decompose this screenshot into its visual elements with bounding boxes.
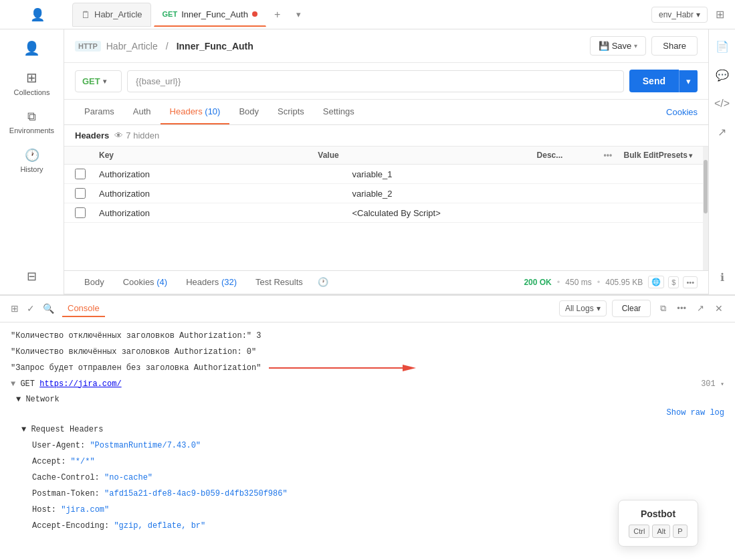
row2-value[interactable]: variable_2 — [352, 189, 606, 199]
comment-icon[interactable]: 💬 — [710, 64, 734, 87]
environments-icon: ⧉ — [27, 110, 36, 124]
row1-checkbox[interactable] — [75, 169, 86, 179]
tab-settings[interactable]: Settings — [314, 100, 364, 124]
tab-auth[interactable]: Auth — [124, 100, 161, 124]
console-action-icons: ⧉ ••• ↗ ✕ — [656, 300, 727, 316]
postbot-popup: Postbot Ctrl Alt P — [618, 500, 698, 547]
copy-icon[interactable]: ⧉ — [656, 300, 670, 316]
close-console-button[interactable]: ✕ — [711, 300, 727, 316]
add-tab-button[interactable]: + — [269, 6, 286, 23]
globe-icon[interactable]: 🌐 — [648, 276, 664, 288]
resp-tab-cookies[interactable]: Cookies (4) — [114, 272, 177, 292]
status-badge: 200 OK • 450 ms • 405.95 KB — [524, 277, 643, 287]
red-arrow-icon — [269, 362, 416, 374]
user-icon[interactable]: 👤 — [30, 7, 45, 22]
resp-tab-body[interactable]: Body — [75, 272, 114, 292]
response-tabs: Body Cookies (4) Headers (32) Test Resul… — [64, 270, 708, 294]
share-button[interactable]: Share — [651, 36, 698, 56]
get-status-count: 301 ▾ — [701, 378, 724, 390]
all-logs-label: All Logs — [565, 304, 594, 313]
expand-icon[interactable]: ↗ — [712, 120, 732, 144]
row1-key[interactable]: Authorization — [99, 169, 352, 179]
sidebar-item-dashboard[interactable]: ⊟ — [5, 264, 59, 289]
col-key: Key — [99, 151, 318, 160]
row3-checkbox[interactable] — [75, 207, 86, 218]
svg-marker-1 — [403, 365, 416, 371]
vertical-scrollbar[interactable] — [703, 147, 708, 270]
dashboard-icon: ⊟ — [27, 269, 37, 284]
right-panel: 📄 💬 </> ↗ ℹ — [708, 29, 735, 294]
console-header-user-agent: User-Agent: "PostmanRuntime/7.43.0" — [11, 438, 724, 454]
tab-habr-article[interactable]: 🗒 Habr_Article — [72, 3, 151, 27]
tab-dropdown-button[interactable]: ▾ — [291, 7, 306, 22]
save-label: Save — [612, 41, 632, 51]
row3-value[interactable]: <Calculated By Script> — [352, 208, 606, 218]
history-icon-resp[interactable]: 🕐 — [312, 277, 334, 287]
env-selector[interactable]: env_Habr ▾ — [651, 7, 708, 23]
console-get-line: ▼ GET https://jira.com/ 301 ▾ — [11, 376, 724, 392]
presets-chevron-icon: ▾ — [689, 152, 692, 159]
url-bar: GET ▾ Send ▾ — [64, 63, 708, 100]
tab-headers[interactable]: Headers (10) — [161, 100, 230, 124]
send-dropdown-button[interactable]: ▾ — [679, 70, 698, 92]
cookies-link[interactable]: Cookies — [666, 107, 698, 117]
doc-view-icon[interactable]: 📄 — [710, 35, 734, 58]
row3-key[interactable]: Authorization — [99, 208, 352, 218]
top-right-action-icon[interactable]: ⊞ — [710, 5, 730, 23]
all-logs-button[interactable]: All Logs ▾ — [559, 300, 607, 316]
info-icon[interactable]: ℹ — [715, 266, 730, 289]
tab-params[interactable]: Params — [75, 100, 124, 124]
row2-checkbox[interactable] — [75, 188, 86, 199]
get-url-link[interactable]: https://jira.com/ — [39, 379, 121, 389]
console-header-cache-control: Cache-Control: "no-cache" — [11, 470, 724, 486]
status-ok-label: 200 OK — [524, 278, 551, 287]
collections-label: Collections — [14, 88, 50, 96]
tab-inner-label: Inner_Func_Auth — [181, 9, 248, 19]
send-main-button[interactable]: Send — [629, 70, 679, 92]
tab-scripts[interactable]: Scripts — [268, 100, 314, 124]
postbot-title: Postbot — [641, 508, 675, 519]
hidden-count-label: 7 hidden — [126, 130, 159, 141]
console-toolbar-icons: ⊞ ✓ 🔍 — [8, 300, 57, 316]
response-time: 450 ms — [565, 278, 591, 287]
check-icon[interactable]: ✓ — [24, 300, 37, 316]
col-desc: Desc... — [537, 151, 604, 160]
table-row: Authorization variable_1 — [64, 165, 703, 184]
search-icon[interactable]: 🔍 — [40, 300, 57, 316]
method-selector[interactable]: GET ▾ — [75, 70, 122, 92]
more-icon[interactable]: ••• — [673, 300, 690, 316]
tab-body[interactable]: Body — [229, 100, 268, 124]
all-logs-chevron-icon: ▾ — [597, 304, 601, 313]
scroll-thumb[interactable] — [704, 160, 708, 213]
row2-key[interactable]: Authorization — [99, 189, 352, 199]
layout-icon[interactable]: ⊞ — [8, 300, 21, 316]
resp-tab-headers[interactable]: Headers (32) — [177, 272, 246, 292]
content-area: HTTP Habr_Article / Inner_Func_Auth 💾 Sa… — [64, 29, 708, 294]
bulk-edit-button[interactable]: Bulk Edit — [624, 151, 659, 160]
user-avatar-icon: 👤 — [23, 40, 40, 56]
save-button[interactable]: 💾 Save ▾ — [590, 36, 647, 56]
breadcrumb-parent[interactable]: Habr_Article — [106, 41, 158, 52]
show-raw-log-link[interactable]: Show raw log — [16, 405, 724, 420]
expand-console-button[interactable]: ↗ — [693, 300, 708, 316]
code-icon[interactable]: </> — [709, 92, 735, 115]
breadcrumb-current: Inner_Func_Auth — [177, 41, 253, 52]
clear-button[interactable]: Clear — [612, 300, 651, 317]
console-req-headers: ▼ Request Headers — [11, 422, 724, 438]
resp-tab-test-results[interactable]: Test Results — [246, 272, 312, 292]
sidebar-item-user[interactable]: 👤 — [5, 35, 59, 62]
sidebar-item-history[interactable]: 🕐 History — [5, 143, 59, 179]
more-options-icon[interactable]: ••• — [683, 276, 698, 288]
presets-button[interactable]: Presets ▾ — [659, 151, 692, 160]
sidebar-item-environments[interactable]: ⧉ Environments — [5, 104, 59, 140]
row1-value[interactable]: variable_1 — [352, 169, 606, 179]
tab-habr-label: Habr_Article — [94, 9, 142, 19]
tab-inner-func-auth[interactable]: GET Inner_Func_Auth — [154, 3, 266, 27]
url-input[interactable] — [127, 70, 624, 92]
sidebar-item-collections[interactable]: ⊞ Collections — [5, 64, 59, 102]
console-tab[interactable]: Console — [62, 300, 105, 317]
headers-section-bar: Headers 👁 7 hidden — [64, 125, 708, 147]
dollar-icon[interactable]: $ — [668, 276, 679, 288]
unsaved-dot — [252, 11, 257, 17]
http-collection-icon: HTTP — [75, 41, 101, 52]
